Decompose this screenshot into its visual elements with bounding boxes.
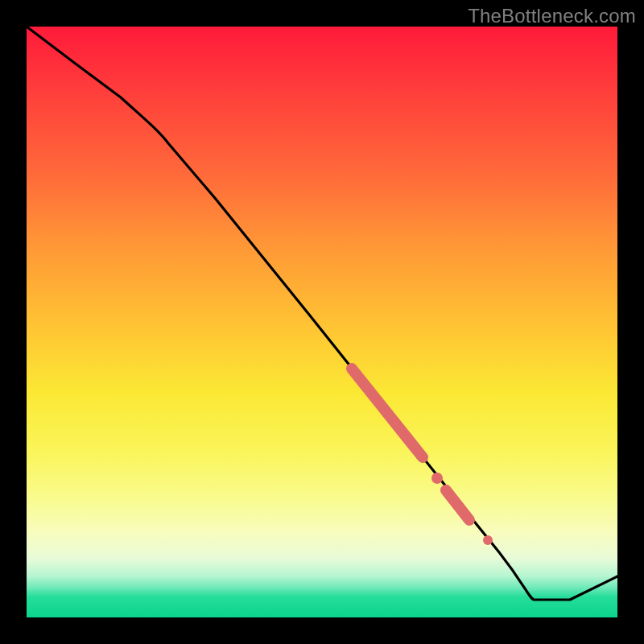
- highlight-dot-2: [483, 535, 493, 545]
- highlight-band-1: [352, 369, 423, 457]
- chart-svg: [27, 27, 617, 617]
- watermark-text: TheBottleneck.com: [468, 5, 636, 27]
- highlight-dot-1: [431, 473, 443, 484]
- plot-area: [27, 27, 617, 617]
- chart-frame: TheBottleneck.com: [0, 0, 644, 644]
- bottleneck-curve: [27, 27, 617, 600]
- highlight-band-2: [446, 490, 469, 520]
